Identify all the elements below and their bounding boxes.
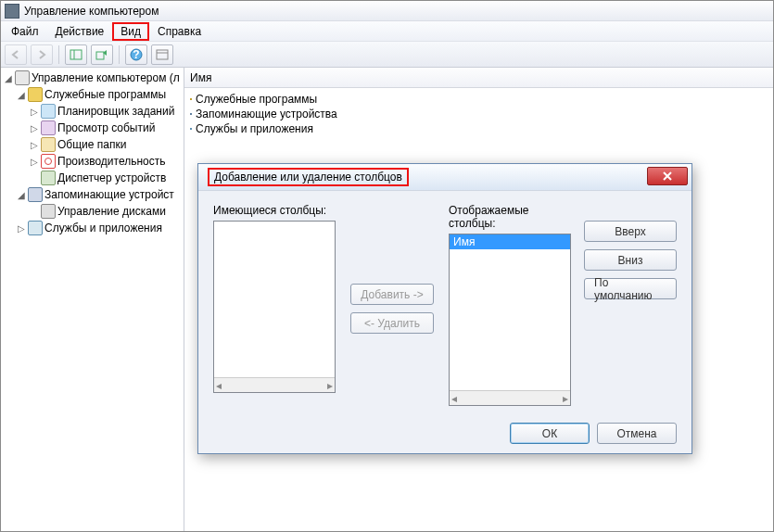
dialog-body: Имеющиеся столбцы: ◂▸ Добавить -> <- Уда… (198, 190, 692, 453)
menu-action[interactable]: Действие (47, 22, 113, 41)
list-item-label: Службы и приложения (196, 122, 313, 135)
tree-pane[interactable]: ◢Управление компьютером (л ◢Служебные пр… (1, 68, 184, 531)
tools-icon (190, 98, 192, 100)
tree-label: Общие папки (57, 138, 126, 151)
tree-root[interactable]: ◢Управление компьютером (л (1, 70, 184, 86)
dialog-footer: ОК Отмена (213, 413, 677, 444)
tree-performance[interactable]: ▷Производительность (27, 153, 184, 170)
disk-icon (41, 204, 56, 219)
services-icon (190, 128, 192, 130)
clock-icon (41, 104, 56, 119)
list-item[interactable]: Запоминающие устройства (190, 107, 768, 121)
horizontal-scrollbar[interactable]: ◂▸ (450, 390, 570, 405)
storage-icon (28, 187, 43, 202)
tree-storage[interactable]: ◢Запоминающие устройст (14, 186, 184, 203)
add-column-button[interactable]: Добавить -> (350, 284, 434, 305)
storage-icon (190, 113, 192, 115)
close-icon (662, 171, 673, 181)
tree-label: Просмотр событий (57, 121, 155, 134)
expand-icon[interactable]: ▷ (29, 107, 39, 117)
add-remove-columns-dialog: Добавление или удаление столбцов Имеющие… (197, 163, 692, 454)
list-item[interactable]: Службы и приложения (190, 121, 768, 136)
toolbar-separator (119, 45, 120, 64)
tree-label: Управление дисками (57, 205, 166, 218)
folders-icon (41, 137, 56, 152)
events-icon (41, 120, 56, 135)
dialog-titlebar[interactable]: Добавление или удаление столбцов (198, 164, 692, 190)
available-columns-label: Имеющиеся столбцы: (213, 204, 336, 217)
expand-icon[interactable]: ▷ (16, 223, 26, 234)
tools-icon (28, 87, 43, 102)
listbox-item-selected[interactable]: Имя (450, 234, 570, 249)
menu-help[interactable]: Справка (149, 22, 209, 41)
expand-icon[interactable]: ▷ (29, 123, 39, 133)
blank-icon (29, 173, 39, 184)
displayed-columns-label: Отображаемые столбцы: (449, 204, 575, 230)
list-item-label: Служебные программы (196, 93, 317, 106)
menu-file[interactable]: Файл (3, 22, 47, 41)
back-button[interactable] (5, 44, 27, 65)
restore-defaults-button[interactable]: По умолчанию (584, 278, 677, 299)
tree-disk-management[interactable]: Управление дисками (27, 203, 184, 220)
help-button[interactable]: ? (125, 44, 147, 65)
tree-task-scheduler[interactable]: ▷Планировщик заданий (27, 103, 184, 120)
tree-label: Планировщик заданий (57, 105, 174, 118)
move-buttons: Добавить -> <- Удалить (345, 204, 439, 413)
expand-icon[interactable]: ▷ (29, 140, 39, 150)
collapse-icon[interactable]: ◢ (16, 90, 26, 100)
svg-rect-5 (157, 50, 168, 59)
blank-icon (29, 207, 39, 217)
export-button[interactable] (91, 44, 113, 65)
close-button[interactable] (647, 167, 688, 185)
remove-column-button[interactable]: <- Удалить (350, 312, 434, 334)
svg-text:?: ? (133, 48, 139, 61)
column-header-name[interactable]: Имя (184, 68, 773, 88)
window-title: Управление компьютером (24, 5, 159, 18)
tree-label: Производительность (57, 155, 165, 168)
collapse-icon[interactable]: ◢ (16, 190, 26, 200)
move-down-button[interactable]: Вниз (584, 249, 677, 271)
horizontal-scrollbar[interactable]: ◂▸ (214, 377, 335, 392)
properties-button[interactable] (151, 44, 173, 65)
tree-event-viewer[interactable]: ▷Просмотр событий (27, 120, 184, 136)
menubar: Файл Действие Вид Справка (1, 21, 773, 42)
tree-system-tools[interactable]: ◢Служебные программы (14, 86, 184, 103)
available-columns-section: Имеющиеся столбцы: ◂▸ (213, 204, 336, 413)
list-body[interactable]: Служебные программы Запоминающие устройс… (184, 88, 773, 140)
tree-label: Запоминающие устройст (44, 188, 174, 201)
tree-label: Диспетчер устройств (57, 171, 166, 184)
app-icon (5, 4, 19, 19)
tree-label: Службы и приложения (44, 222, 162, 234)
move-up-button[interactable]: Вверх (584, 221, 677, 242)
ok-button[interactable]: ОК (510, 423, 590, 444)
cancel-button[interactable]: Отмена (597, 423, 677, 444)
tree-label: Управление компьютером (л (32, 71, 180, 84)
window-titlebar[interactable]: Управление компьютером (1, 1, 773, 21)
svg-rect-0 (70, 50, 82, 59)
expand-icon[interactable]: ▷ (29, 157, 39, 167)
toolbar-separator (58, 45, 59, 64)
tree-services-apps[interactable]: ▷Службы и приложения (14, 220, 184, 236)
order-buttons: Вверх Вниз По умолчанию (584, 204, 677, 413)
performance-icon (41, 154, 56, 169)
displayed-columns-listbox[interactable]: Имя ◂▸ (449, 234, 571, 406)
available-columns-listbox[interactable]: ◂▸ (213, 221, 336, 393)
tree-label: Служебные программы (44, 88, 166, 101)
toolbar: ? (1, 42, 773, 68)
show-hide-tree-button[interactable] (65, 44, 87, 65)
menu-view[interactable]: Вид (112, 22, 149, 41)
forward-button[interactable] (31, 44, 53, 65)
svg-rect-2 (96, 52, 104, 59)
dialog-title: Добавление или удаление столбцов (208, 168, 409, 186)
collapse-icon[interactable]: ◢ (3, 73, 13, 83)
services-icon (28, 221, 43, 235)
tree-device-manager[interactable]: Диспетчер устройств (27, 170, 184, 186)
computer-icon (15, 70, 30, 85)
displayed-columns-section: Отображаемые столбцы: Имя ◂▸ (449, 204, 575, 413)
list-item-label: Запоминающие устройства (196, 108, 337, 120)
device-icon (41, 171, 56, 185)
list-item[interactable]: Служебные программы (190, 92, 768, 107)
tree-shared-folders[interactable]: ▷Общие папки (27, 136, 184, 153)
